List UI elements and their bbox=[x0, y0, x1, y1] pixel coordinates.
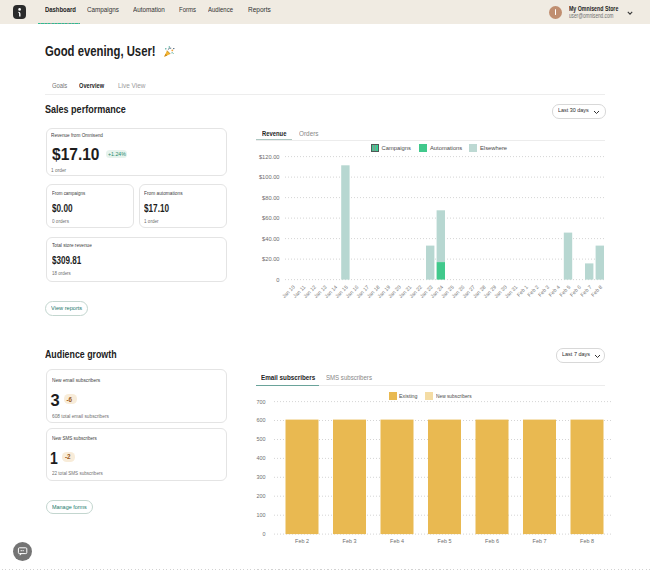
svg-text:700: 700 bbox=[256, 399, 265, 405]
svg-text:300: 300 bbox=[256, 474, 265, 480]
svg-text:$100.00: $100.00 bbox=[259, 174, 280, 180]
svg-text:Feb 5: Feb 5 bbox=[438, 538, 452, 544]
svg-text:$40.00: $40.00 bbox=[262, 236, 279, 242]
svg-text:Feb 7: Feb 7 bbox=[533, 538, 547, 544]
svg-text:$80.00: $80.00 bbox=[262, 195, 279, 201]
svg-text:$60.00: $60.00 bbox=[262, 215, 279, 221]
svg-text:0: 0 bbox=[276, 277, 279, 283]
svg-text:Feb 4: Feb 4 bbox=[390, 538, 404, 544]
svg-text:Feb 2: Feb 2 bbox=[295, 538, 309, 544]
svg-text:$20.00: $20.00 bbox=[262, 256, 279, 262]
svg-text:400: 400 bbox=[256, 455, 265, 461]
svg-text:Feb 8: Feb 8 bbox=[580, 538, 594, 544]
svg-text:500: 500 bbox=[256, 436, 265, 442]
svg-text:Feb 3: Feb 3 bbox=[343, 538, 357, 544]
svg-text:Feb 6: Feb 6 bbox=[485, 538, 499, 544]
svg-text:200: 200 bbox=[256, 493, 265, 499]
svg-text:$120.00: $120.00 bbox=[259, 154, 280, 160]
svg-text:Feb 8: Feb 8 bbox=[590, 284, 604, 298]
svg-text:100: 100 bbox=[256, 512, 265, 518]
svg-text:0: 0 bbox=[262, 531, 265, 537]
svg-text:600: 600 bbox=[256, 417, 265, 423]
